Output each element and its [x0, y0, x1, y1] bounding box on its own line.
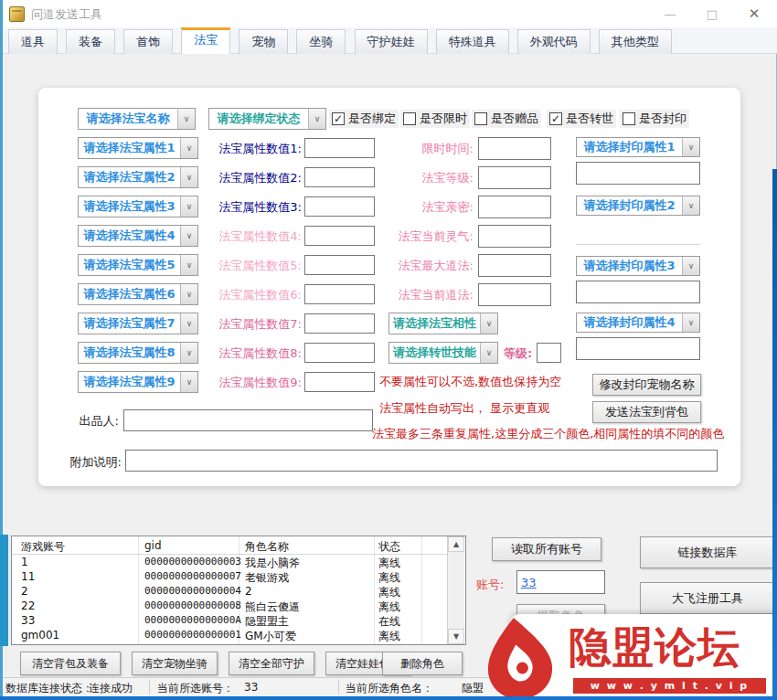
cell-role: 2 [245, 585, 252, 598]
header-gid[interactable]: gid [144, 539, 162, 552]
attr-combo-7[interactable]: 请选择法宝属性7∨ [78, 313, 198, 334]
app-icon [9, 6, 25, 22]
scroll-down-icon[interactable]: ▼ [448, 629, 464, 644]
tab-chongwu[interactable]: 宠物 [239, 29, 288, 54]
seal-attr-combo-3[interactable]: 请选择封印属性3∨ [576, 256, 700, 276]
tab-qitaleixing[interactable]: 其他类型 [599, 29, 672, 54]
tab-fabao[interactable]: 法宝 [181, 27, 230, 54]
note-2: 法宝属性自动写出， 显示更直观 [379, 400, 549, 417]
checkbox-is-timed[interactable]: 是否限时 [400, 110, 470, 128]
attr-value-input-7[interactable] [304, 313, 375, 334]
attr-value-label-2: 法宝属性数值2: [206, 170, 302, 186]
attr-value-input-8[interactable] [304, 343, 375, 363]
seal-attr-combo-1-value: 请选择封印属性1 [577, 138, 682, 156]
clear-guardian-button[interactable]: 清空全部守护 [229, 652, 314, 675]
checkbox-label: 是否绑定 [348, 111, 396, 127]
checkbox-is-gift[interactable]: 是否赠品 [472, 110, 541, 128]
tab-zuoqi[interactable]: 坐骑 [296, 29, 346, 54]
skill-level-input[interactable] [537, 343, 561, 363]
chevron-down-icon: ∨ [177, 109, 195, 129]
attr-combo-1[interactable]: 请选择法宝属性1∨ [78, 137, 198, 159]
delete-role-button[interactable]: 删除角色 [382, 652, 463, 675]
table-row[interactable]: 11 0000000000000007 老银游戏 离线 [12, 569, 465, 584]
fabao-lingqi-input[interactable] [478, 225, 551, 248]
fabao-lingqi-label: 法宝当前灵气: [355, 228, 474, 245]
xiangxing-combo[interactable]: 请选择法宝相性 ∨ [388, 313, 498, 334]
table-row[interactable]: 1 0000000000000003 我是小脑斧 离线 [12, 555, 465, 569]
seal-attr-input-4[interactable] [576, 337, 700, 360]
tab-teshudaoju[interactable]: 特殊道具 [436, 29, 509, 54]
chevron-down-icon: ∨ [180, 196, 197, 217]
db-status-label: 数据库连接状态： [5, 681, 93, 696]
cell-account: 11 [21, 570, 35, 583]
header-account[interactable]: 游戏账号 [21, 539, 65, 555]
dafei-register-button[interactable]: 大飞注册工具 [640, 582, 775, 614]
scroll-up-icon[interactable]: ▲ [448, 536, 464, 552]
attr-combo-8[interactable]: 请选择法宝属性8∨ [78, 342, 198, 364]
send-fabao-button[interactable]: 发送法宝到背包 [592, 401, 701, 423]
attr-combo-6[interactable]: 请选择法宝属性6∨ [78, 283, 198, 305]
header-status[interactable]: 状态 [378, 539, 400, 555]
checkbox-is-bound[interactable]: ✓ 是否绑定 [329, 110, 399, 128]
checkbox-is-reborn[interactable]: ✓ 是否转世 [547, 110, 616, 128]
table-header[interactable]: 游戏账号 gid 角色名称 状态 [12, 536, 465, 555]
fabao-level-input[interactable] [478, 166, 551, 189]
checkbox-label: 是否封印 [639, 111, 687, 127]
close-button[interactable]: ✕ [735, 0, 773, 27]
fabao-level-label: 法宝等级: [355, 170, 474, 186]
attr-value-input-9[interactable] [304, 372, 375, 392]
fabao-intimacy-label: 法宝亲密: [355, 199, 474, 216]
checkbox-label: 是否赠品 [491, 111, 538, 127]
attr-combo-9[interactable]: 请选择法宝属性9∨ [78, 371, 198, 393]
producer-input[interactable] [123, 409, 373, 431]
tab-shoushi[interactable]: 首饰 [123, 29, 173, 54]
checkbox-is-sealed[interactable]: 是否封印 [620, 110, 689, 128]
reborn-skill-combo[interactable]: 请选择转世技能 ∨ [388, 342, 498, 364]
chevron-down-icon: ∨ [180, 313, 197, 334]
maximize-button[interactable]: □ [693, 0, 731, 27]
modify-seal-pet-name-button[interactable]: 修改封印宠物名称 [592, 374, 701, 396]
attr-combo-2[interactable]: 请选择法宝属性2∨ [78, 166, 198, 188]
clear-pet-mount-button[interactable]: 清空宠物坐骑 [132, 652, 218, 675]
seal-attr-combo-1[interactable]: 请选择封印属性1∨ [576, 137, 700, 157]
chevron-down-icon: ∨ [480, 343, 497, 363]
cell-account: 1 [21, 556, 28, 568]
header-role[interactable]: 角色名称 [245, 539, 289, 555]
cell-role: GM小可爱 [245, 629, 296, 644]
tab-zhuangbei[interactable]: 装备 [66, 29, 115, 54]
tab-daoju[interactable]: 道具 [8, 29, 58, 54]
account-input[interactable] [516, 570, 605, 594]
extra-note-input[interactable] [125, 450, 718, 472]
attr-combo-4[interactable]: 请选择法宝属性4∨ [78, 225, 198, 247]
attr-combo-5[interactable]: 请选择法宝属性5∨ [78, 254, 198, 276]
accounts-table[interactable]: 游戏账号 gid 角色名称 状态 1 0000000000000003 我是小脑… [11, 536, 466, 645]
skill-level-label: 等级: [504, 345, 532, 362]
fabao-intimacy-input[interactable] [478, 196, 551, 218]
timed-time-input[interactable] [478, 137, 551, 160]
tab-shouhuwawa[interactable]: 守护娃娃 [355, 29, 428, 54]
link-database-button[interactable]: 链接数据库 [640, 536, 775, 568]
bind-state-combo[interactable]: 请选择绑定状态 ∨ [208, 108, 326, 130]
clear-bag-equip-button[interactable]: 清空背包及装备 [20, 652, 121, 675]
minimize-button[interactable]: — [651, 0, 689, 27]
attr-combo-3[interactable]: 请选择法宝属性3∨ [78, 196, 198, 217]
chevron-down-icon: ∨ [308, 109, 325, 129]
seal-attr-input-3[interactable] [576, 281, 700, 303]
seal-attr-combo-2[interactable]: 请选择封印属性2∨ [576, 196, 700, 216]
fabao-name-combo[interactable]: 请选择法宝名称 ∨ [78, 108, 196, 130]
table-row[interactable]: 33 000000000000000A 隐盟盟主 在线 [12, 613, 465, 628]
read-all-accounts-button[interactable]: 读取所有账号 [492, 537, 601, 561]
seal-attr-input-1[interactable] [576, 162, 700, 185]
cell-gid: 0000000000000007 [144, 570, 241, 582]
fabao-curdaofa-input[interactable] [478, 283, 551, 306]
fabao-maxdaofa-label: 法宝最大道法: [355, 258, 474, 274]
fabao-maxdaofa-input[interactable] [478, 254, 551, 277]
tab-waiguandaima[interactable]: 外观代码 [517, 29, 591, 54]
table-row[interactable]: 2 0000000000000004 2 离线 [12, 584, 465, 599]
table-row[interactable]: 22 0000000000000008 熊白云傻逼 离线 [12, 599, 465, 613]
table-row[interactable]: gm001 0000000000000001 GM小可爱 离线 [12, 628, 465, 642]
attr-combo-8-value: 请选择法宝属性8 [79, 343, 180, 363]
table-scrollbar[interactable]: ▲ ▼ [447, 536, 464, 644]
producer-label: 出品人: [55, 413, 119, 430]
seal-attr-combo-4[interactable]: 请选择封印属性4∨ [576, 313, 700, 333]
